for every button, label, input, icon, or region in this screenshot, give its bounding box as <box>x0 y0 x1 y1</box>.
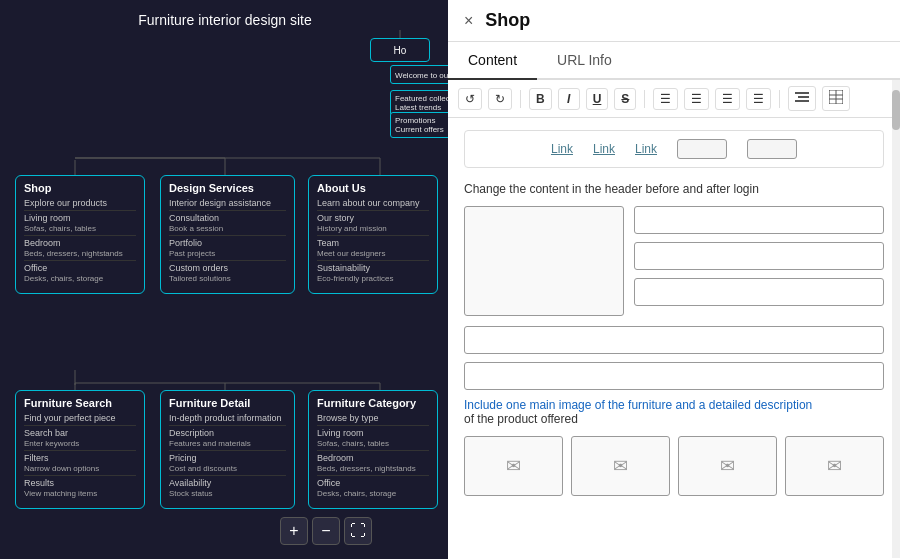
about-item-3: TeamMeet our designers <box>317 238 429 261</box>
section2-label: Include one main image of the furniture … <box>464 398 884 426</box>
node-about-title: About Us <box>317 182 429 194</box>
welcome-label: Welcome to ou <box>395 71 450 80</box>
design-item-4: Custom ordersTailored solutions <box>169 263 286 285</box>
sitemap-panel: Furniture interior design site Ho Welcom… <box>0 0 450 559</box>
strikethrough-button[interactable]: S <box>614 88 636 110</box>
content-row-1 <box>464 206 884 316</box>
search-item-1: Find your perfect piece <box>24 413 136 426</box>
node-category-title: Furniture Category <box>317 397 429 409</box>
bold-button[interactable]: B <box>529 88 552 110</box>
undo-button[interactable]: ↺ <box>458 88 482 110</box>
site-title: Furniture interior design site <box>0 0 450 40</box>
shop-item-3: BedroomBeds, dressers, nightstands <box>24 238 136 261</box>
fullscreen-button[interactable]: ⛶ <box>344 517 372 545</box>
detail-item-1: In-depth product information <box>169 413 286 426</box>
promo-label: Promotions <box>395 116 450 125</box>
featured-label: Featured collec <box>395 94 450 103</box>
toolbar-separator-2 <box>644 90 645 108</box>
image-icon-4: ✉ <box>827 455 842 477</box>
section1-label: Change the content in the header before … <box>464 182 884 196</box>
thumb-3[interactable]: ✉ <box>678 436 777 496</box>
node-design-title: Design Services <box>169 182 286 194</box>
shop-item-4: OfficeDesks, chairs, storage <box>24 263 136 285</box>
input-field-2[interactable] <box>634 242 884 270</box>
tab-url-info[interactable]: URL Info <box>537 42 632 80</box>
detail-item-3: PricingCost and discounts <box>169 453 286 476</box>
promo-item: Current offers <box>395 125 450 134</box>
welcome-box[interactable]: Welcome to ou <box>390 65 450 84</box>
toolbar-separator-1 <box>520 90 521 108</box>
thumb-4[interactable]: ✉ <box>785 436 884 496</box>
search-item-4: ResultsView matching items <box>24 478 136 500</box>
search-item-3: FiltersNarrow down options <box>24 453 136 476</box>
close-button[interactable]: × <box>464 12 473 30</box>
input-field-4[interactable] <box>464 326 884 354</box>
input-field-3[interactable] <box>634 278 884 306</box>
thumbnails-row: ✉ ✉ ✉ ✉ <box>464 436 884 496</box>
preview-link-1[interactable]: Link <box>551 142 573 156</box>
tab-content[interactable]: Content <box>448 42 537 80</box>
node-shop[interactable]: Shop Explore our products Living roomSof… <box>15 175 145 294</box>
input-field-5[interactable] <box>464 362 884 390</box>
category-item-3: BedroomBeds, dressers, nightstands <box>317 453 429 476</box>
map-controls: + − ⛶ <box>280 517 372 545</box>
about-item-4: SustainabilityEco-friendly practices <box>317 263 429 285</box>
about-item-2: Our storyHistory and mission <box>317 213 429 236</box>
node-search[interactable]: Furniture Search Find your perfect piece… <box>15 390 145 509</box>
home-node[interactable]: Ho <box>370 38 430 62</box>
image-placeholder-1[interactable] <box>464 206 624 316</box>
featured-item: Latest trends <box>395 103 450 112</box>
thumb-2[interactable]: ✉ <box>571 436 670 496</box>
preview-link-3[interactable]: Link <box>635 142 657 156</box>
italic-button[interactable]: I <box>558 88 580 110</box>
promo-box[interactable]: Promotions Current offers <box>390 112 450 138</box>
preview-link-2[interactable]: Link <box>593 142 615 156</box>
input-field-1[interactable] <box>634 206 884 234</box>
shop-item-2: Living roomSofas, chairs, tables <box>24 213 136 236</box>
header-preview: Link Link Link <box>464 130 884 168</box>
design-item-3: PortfolioPast projects <box>169 238 286 261</box>
node-shop-title: Shop <box>24 182 136 194</box>
zoom-in-button[interactable]: + <box>280 517 308 545</box>
align-center-button[interactable]: ☰ <box>684 88 709 110</box>
design-item-1: Interior design assistance <box>169 198 286 211</box>
panel-title: Shop <box>485 10 530 31</box>
table-button[interactable] <box>822 86 850 111</box>
node-design[interactable]: Design Services Interior design assistan… <box>160 175 295 294</box>
thumb-1[interactable]: ✉ <box>464 436 563 496</box>
panel-header: × Shop <box>448 0 900 42</box>
category-item-1: Browse by type <box>317 413 429 426</box>
node-search-title: Furniture Search <box>24 397 136 409</box>
node-about[interactable]: About Us Learn about our company Our sto… <box>308 175 438 294</box>
svg-rect-12 <box>795 92 809 94</box>
detail-item-4: AvailabilityStock status <box>169 478 286 500</box>
node-detail[interactable]: Furniture Detail In-depth product inform… <box>160 390 295 509</box>
scrollbar-thumb[interactable] <box>892 90 900 130</box>
category-item-4: OfficeDesks, chairs, storage <box>317 478 429 500</box>
design-item-2: ConsultationBook a session <box>169 213 286 236</box>
align-left-button[interactable]: ☰ <box>653 88 678 110</box>
image-icon-1: ✉ <box>506 455 521 477</box>
detail-item-2: DescriptionFeatures and materials <box>169 428 286 451</box>
preview-btn-2[interactable] <box>747 139 797 159</box>
zoom-out-button[interactable]: − <box>312 517 340 545</box>
node-category[interactable]: Furniture Category Browse by type Living… <box>308 390 438 509</box>
right-panel: × Shop Content URL Info ↺ ↻ B I U S ☰ ☰ … <box>448 0 900 559</box>
svg-rect-13 <box>798 96 809 98</box>
fields-col-1 <box>634 206 884 316</box>
image-icon-2: ✉ <box>613 455 628 477</box>
panel-scrollbar[interactable] <box>892 80 900 558</box>
node-detail-title: Furniture Detail <box>169 397 286 409</box>
preview-btn-1[interactable] <box>677 139 727 159</box>
about-item-1: Learn about our company <box>317 198 429 211</box>
image-icon-3: ✉ <box>720 455 735 477</box>
justify-button[interactable]: ☰ <box>746 88 771 110</box>
shop-item-1: Explore our products <box>24 198 136 211</box>
align-right-button[interactable]: ☰ <box>715 88 740 110</box>
redo-button[interactable]: ↻ <box>488 88 512 110</box>
editor-toolbar: ↺ ↻ B I U S ☰ ☰ ☰ ☰ <box>448 80 900 118</box>
underline-button[interactable]: U <box>586 88 609 110</box>
search-item-2: Search barEnter keywords <box>24 428 136 451</box>
svg-rect-14 <box>795 100 809 102</box>
indent-button[interactable] <box>788 86 816 111</box>
